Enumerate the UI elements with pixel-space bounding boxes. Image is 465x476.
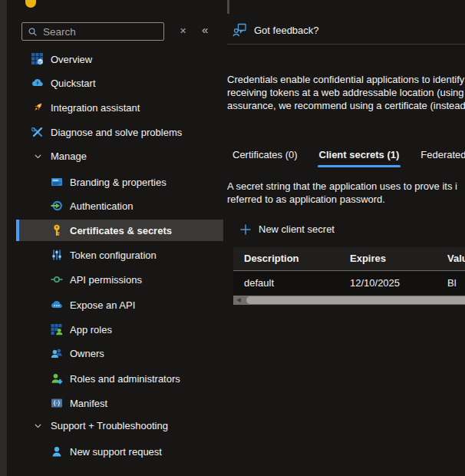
sidebar-item-overview[interactable]: Overview: [14, 48, 224, 70]
column-header-value: Value: [447, 247, 465, 270]
search-input[interactable]: [43, 26, 158, 38]
got-feedback-label: Got feedback?: [254, 25, 319, 36]
feedback-icon: [232, 23, 247, 38]
scroll-left-arrow-icon[interactable]: [236, 298, 241, 302]
horizontal-scrollbar[interactable]: [233, 296, 465, 305]
cloud-api-icon: [51, 299, 63, 311]
collapse-sidebar-icon[interactable]: «: [202, 24, 207, 35]
sidebar-item-integration-assistant[interactable]: Integration assistant: [14, 97, 224, 118]
support-person-icon: [51, 445, 63, 458]
sidebar-item-authentication[interactable]: Authentication: [14, 195, 224, 217]
client-secret-description: A secret string that the application use…: [227, 180, 457, 206]
sidebar-group-label: Manage: [51, 150, 87, 162]
sidebar: ✕ « Overview Quickstart Integration assi…: [7, 0, 223, 476]
owners-people-icon: [51, 347, 63, 359]
credentials-intro-text: Credentials enable confidential applicat…: [227, 73, 465, 112]
sidebar-item-label: Diagnose and solve problems: [51, 127, 182, 138]
intro-line: assurance, we recommend using a certific…: [227, 99, 465, 112]
table-row[interactable]: default 12/10/2025 Bl: [233, 271, 465, 295]
tab-client-secrets[interactable]: Client secrets (1): [319, 149, 400, 167]
sidebar-item-label: Roles and administrators: [70, 373, 180, 385]
description-line: referred to as application password.: [227, 193, 457, 206]
cell-description: default: [244, 271, 274, 295]
sidebar-item-label: API permissions: [70, 274, 142, 286]
sidebar-item-diagnose[interactable]: Diagnose and solve problems: [14, 121, 224, 143]
sidebar-group-manage[interactable]: Manage: [14, 145, 224, 167]
key-icon: [51, 224, 63, 236]
chevron-down-icon: [33, 151, 43, 161]
search-clear-icon[interactable]: ✕: [180, 27, 186, 35]
scrollbar-thumb[interactable]: [246, 296, 465, 304]
sidebar-item-label: Token configuration: [70, 250, 157, 261]
plus-icon: [240, 224, 251, 235]
sidebar-item-token-configuration[interactable]: Token configuration: [14, 244, 224, 266]
sidebar-item-manifest[interactable]: Manifest: [14, 392, 224, 414]
cell-value: Bl: [447, 271, 457, 295]
sidebar-item-label: App roles: [70, 324, 112, 336]
sidebar-item-label: Quickstart: [51, 78, 96, 89]
new-client-secret-label: New client secret: [259, 223, 335, 235]
tab-certificates[interactable]: Certificates (0): [232, 149, 298, 167]
overview-icon: [31, 53, 44, 65]
tools-icon: [31, 126, 44, 138]
search-icon: [28, 27, 38, 37]
table-header-row: Description Expires Value: [233, 247, 465, 270]
sidebar-item-label: Certificates & secrets: [70, 225, 172, 236]
left-edge-strip: [0, 0, 7, 476]
sidebar-item-label: Manifest: [70, 398, 107, 409]
sidebar-item-expose-api[interactable]: Expose an API: [14, 294, 224, 316]
sidebar-group-support[interactable]: Support + Troubleshooting: [14, 415, 224, 436]
app-roles-icon: [51, 323, 63, 336]
roles-admin-icon: [51, 372, 63, 385]
credentials-tabs: Certificates (0) Client secrets (1) Fede…: [232, 149, 465, 167]
quickstart-icon: [31, 77, 44, 89]
client-secrets-table: Description Expires Value default 12/10/…: [233, 247, 465, 305]
sidebar-item-label: Integration assistant: [51, 102, 140, 114]
main-pane: Got feedback? Credentials enable confide…: [227, 0, 465, 476]
header-divider: [227, 44, 465, 45]
sidebar-item-certificates-secrets[interactable]: Certificates & secrets: [16, 220, 223, 241]
intro-line: Credentials enable confidential applicat…: [227, 73, 465, 86]
column-header-description: Description: [244, 247, 299, 270]
rocket-icon: [31, 101, 44, 114]
sidebar-item-label: New support request: [70, 446, 162, 458]
sidebar-item-label: Owners: [70, 348, 104, 359]
column-header-expires: Expires: [350, 247, 386, 270]
search-input-box[interactable]: [21, 22, 164, 41]
sidebar-item-app-roles[interactable]: App roles: [14, 319, 224, 340]
sidebar-group-label: Support + Troubleshooting: [51, 420, 168, 431]
cell-expires: 12/10/2025: [350, 271, 400, 295]
tab-federated-credentials[interactable]: Federated credentials (0): [420, 149, 465, 167]
chevron-down-icon: [33, 421, 43, 431]
sidebar-item-quickstart[interactable]: Quickstart: [14, 72, 224, 94]
sidebar-item-new-support-request[interactable]: New support request: [14, 441, 224, 462]
sidebar-item-roles-administrators[interactable]: Roles and administrators: [14, 368, 224, 389]
sidebar-item-api-permissions[interactable]: API permissions: [14, 269, 224, 290]
description-line: A secret string that the application use…: [227, 180, 457, 193]
intro-line: receiving tokens at a web addressable lo…: [227, 86, 465, 99]
sidebar-item-branding[interactable]: Branding & properties: [14, 171, 224, 193]
api-permissions-icon: [51, 273, 63, 286]
manifest-braces-icon: [51, 397, 63, 409]
sliders-icon: [51, 249, 63, 261]
new-client-secret-button[interactable]: New client secret: [240, 223, 335, 235]
authentication-icon: [51, 200, 63, 212]
sidebar-item-owners[interactable]: Owners: [14, 342, 224, 364]
sidebar-item-label: Branding & properties: [70, 177, 167, 188]
branding-card-icon: [51, 176, 63, 188]
got-feedback-button[interactable]: Got feedback?: [232, 23, 319, 38]
sidebar-item-label: Overview: [51, 54, 92, 65]
sidebar-item-label: Expose an API: [70, 299, 135, 311]
sidebar-item-label: Authentication: [70, 200, 133, 212]
